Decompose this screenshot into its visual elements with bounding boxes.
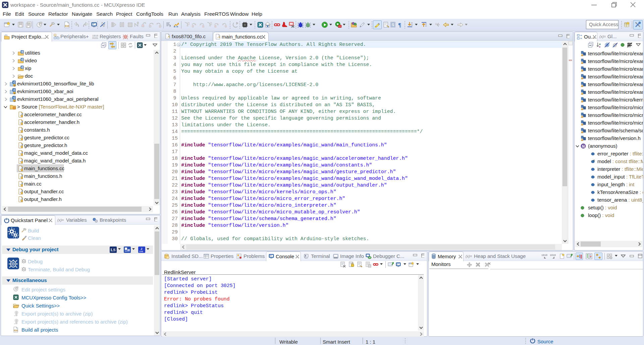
svg-text:N: N [582,144,585,148]
svg-text:c: c [593,159,595,162]
svg-text:z: z [599,45,600,48]
svg-text:C: C [21,66,23,69]
svg-text:1010: 1010 [541,254,548,257]
svg-text:C: C [13,96,16,99]
svg-text:s: s [14,99,15,102]
svg-text:C: C [21,50,23,54]
svg-text:Link: Link [139,250,144,253]
svg-text:.c: .c [217,36,220,39]
svg-text:010: 010 [65,24,69,27]
svg-text:s: s [14,92,15,95]
svg-text:010: 010 [14,329,18,332]
svg-text:C: C [13,81,16,84]
svg-text:s: s [14,84,15,87]
svg-text:0101: 0101 [92,37,99,39]
svg-text:.c: .c [166,35,170,39]
svg-text:LS: LS [111,248,116,252]
svg-text:C: C [13,88,16,92]
svg-text:¶: ¶ [398,22,401,28]
svg-text:010: 010 [334,257,338,259]
svg-text:1010: 1010 [550,254,556,257]
svg-text:C: C [21,58,23,61]
